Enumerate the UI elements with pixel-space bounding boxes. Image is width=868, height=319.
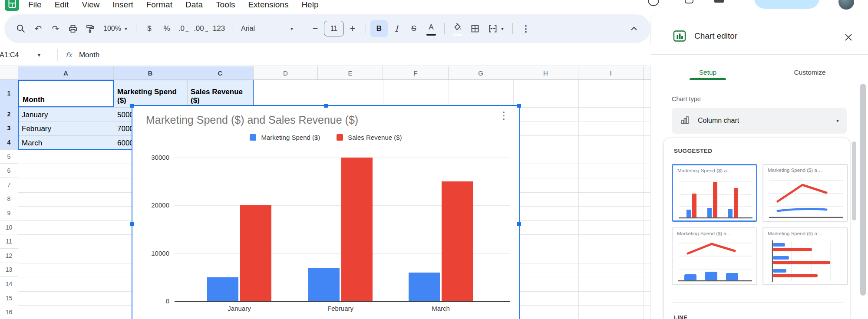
collapse-toolbar-icon[interactable]	[625, 20, 643, 37]
redo-icon[interactable]: ↷	[47, 20, 64, 37]
strikethrough-button[interactable]: S	[405, 20, 422, 37]
caret-down-icon: ▾	[836, 118, 839, 123]
y-tick-label: 0	[138, 297, 169, 305]
row-header-5[interactable]: 5	[0, 150, 18, 164]
suggestion-thumb-title: Marketing Spend ($) a…	[768, 231, 822, 236]
menu-item-format[interactable]: Format	[140, 0, 179, 11]
chart-menu-icon[interactable]: ⋮	[499, 110, 509, 121]
chart-title: Marketing Spend ($) and Sales Revenue ($…	[146, 114, 358, 126]
close-icon[interactable]	[843, 32, 854, 43]
row-header-4[interactable]: 4	[0, 135, 18, 150]
tab-customize[interactable]: Customize	[779, 65, 841, 80]
column-header-C[interactable]: C	[187, 66, 254, 80]
bar-february-sales[interactable]	[341, 158, 373, 301]
column-header-B[interactable]: B	[114, 66, 187, 80]
row-header-8[interactable]: 8	[0, 192, 18, 207]
chart-resize-handle-mid-left[interactable]	[130, 222, 134, 226]
bar-march-marketing[interactable]	[409, 273, 440, 301]
chart-resize-handle-mid-right[interactable]	[517, 222, 521, 226]
legend-label: Marketing Spend ($)	[261, 134, 320, 141]
font-size-input[interactable]: 11	[324, 21, 344, 36]
column-header-D[interactable]: D	[254, 66, 318, 80]
suggestion-thumb-line[interactable]: Marketing Spend ($) a…	[762, 164, 848, 222]
row-header-3[interactable]: 3	[0, 122, 18, 136]
share-button[interactable]	[754, 0, 819, 9]
undo-icon[interactable]: ↶	[30, 20, 47, 37]
suggestion-thumb-horizontal-bar[interactable]: Marketing Spend ($) a…	[762, 227, 848, 285]
menu-item-insert[interactable]: Insert	[106, 0, 140, 11]
menu-item-data[interactable]: Data	[179, 0, 209, 11]
chart-type-label: Chart type	[672, 95, 701, 102]
panel-scrollbar[interactable]	[860, 84, 866, 296]
menu-item-help[interactable]: Help	[295, 0, 325, 11]
borders-icon[interactable]	[466, 20, 484, 37]
bar-january-sales[interactable]	[240, 205, 271, 301]
column-header-E[interactable]: E	[318, 66, 383, 80]
italic-button[interactable]: I	[388, 20, 405, 37]
row-header-2[interactable]: 2	[0, 107, 18, 122]
avatar[interactable]	[838, 0, 854, 10]
bold-button[interactable]: B	[370, 20, 388, 37]
bar-january-marketing[interactable]	[207, 277, 238, 301]
tab-setup[interactable]: Setup	[677, 65, 739, 80]
column-header-H[interactable]: H	[513, 66, 578, 80]
caret-down-icon: ▾	[501, 26, 504, 31]
percent-format-button[interactable]: %	[158, 20, 175, 37]
row-header-15[interactable]: 15	[0, 291, 18, 306]
increase-font-size-button[interactable]: +	[344, 20, 361, 37]
active-cell-A1[interactable]: Month	[18, 80, 114, 107]
row-header-11[interactable]: 11	[0, 234, 18, 249]
sheets-logo-icon[interactable]	[5, 0, 19, 11]
bar-february-marketing[interactable]	[308, 268, 340, 301]
name-box[interactable]: A1:C4 ▾	[0, 51, 56, 59]
column-header-I[interactable]: I	[578, 66, 644, 80]
chart-resize-handle-top-mid[interactable]	[324, 104, 328, 108]
font-select[interactable]: Arial ▾	[237, 20, 297, 37]
fill-color-button[interactable]	[449, 20, 466, 37]
menu-item-extensions[interactable]: Extensions	[241, 0, 295, 11]
currency-format-button[interactable]: $	[141, 20, 158, 37]
bar-march-sales[interactable]	[442, 181, 473, 301]
camera-icon[interactable]	[714, 0, 724, 3]
decrease-decimal-button[interactable]: .0←	[175, 20, 193, 37]
column-header-G[interactable]: G	[449, 66, 513, 80]
row-header-7[interactable]: 7	[0, 178, 18, 192]
card-scrollbar[interactable]	[852, 141, 856, 220]
chart-resize-handle-top-left[interactable]	[130, 104, 134, 108]
more-toolbar-icon[interactable]: ⋮	[517, 20, 535, 37]
row-header-9[interactable]: 9	[0, 206, 18, 220]
row-header-10[interactable]: 10	[0, 220, 18, 235]
menu-item-view[interactable]: View	[75, 0, 106, 11]
chart-type-select[interactable]: Column chart ▾	[672, 108, 847, 134]
column-header-A[interactable]: A	[18, 66, 114, 80]
corner-box[interactable]	[0, 66, 18, 80]
menu-item-edit[interactable]: Edit	[48, 0, 76, 11]
row-header-13[interactable]: 13	[0, 263, 18, 277]
row-header-1[interactable]: 1	[0, 80, 18, 107]
row-header-12[interactable]: 12	[0, 249, 18, 263]
search-icon[interactable]	[12, 20, 30, 37]
paint-format-icon[interactable]	[82, 20, 99, 37]
decrease-font-size-button[interactable]: −	[307, 20, 324, 37]
row-header-14[interactable]: 14	[0, 277, 18, 291]
menu-item-file[interactable]: File	[22, 0, 48, 11]
print-icon[interactable]	[64, 20, 82, 37]
increase-decimal-button[interactable]: .00→	[193, 20, 210, 37]
row-header-16[interactable]: 16	[0, 305, 18, 319]
suggestion-thumb-column[interactable]: Marketing Spend ($) a…	[672, 164, 757, 222]
row-header-6[interactable]: 6	[0, 164, 18, 178]
chart-editor-panel: Chart editor Setup Customize Chart type …	[651, 13, 868, 319]
column-header-F[interactable]: F	[383, 66, 449, 80]
column-header-partial[interactable]	[644, 66, 651, 80]
text-color-button[interactable]: A	[422, 20, 440, 37]
history-icon[interactable]	[648, 0, 659, 6]
merge-cells-select[interactable]: ▾	[484, 20, 508, 37]
embedded-chart[interactable]: Marketing Spend ($) and Sales Revenue ($…	[132, 105, 520, 319]
number-format-button[interactable]: 123	[210, 20, 228, 37]
formula-input[interactable]: Month	[79, 51, 99, 59]
comment-icon[interactable]	[685, 0, 693, 3]
chart-resize-handle-top-right[interactable]	[517, 104, 521, 108]
suggestion-thumb-line-column-combo[interactable]: Marketing Spend ($) a…	[672, 227, 757, 285]
menu-item-tools[interactable]: Tools	[209, 0, 241, 11]
zoom-select[interactable]: 100% ▾	[99, 20, 132, 37]
